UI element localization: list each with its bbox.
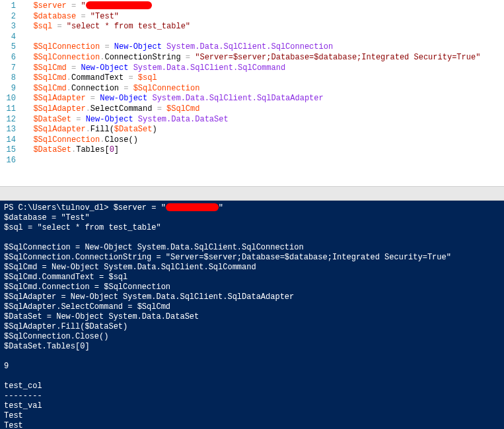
line-number: 5: [3, 42, 16, 53]
token-cmd: New-Object: [86, 115, 133, 124]
token-type: System.Data.SqlClient.SqlConnection: [166, 42, 333, 51]
code-line[interactable]: $SqlAdapter.SelectCommand = $SqlCmd: [24, 104, 504, 115]
token-op: .: [67, 84, 71, 93]
token-var: $SqlConnection: [133, 84, 200, 93]
code-line[interactable]: $SqlCmd.Connection = $SqlConnection: [24, 84, 504, 94]
token-member: Close: [104, 135, 128, 145]
console-input-line: $DataSet = New-Object System.Data.DataSe…: [4, 312, 500, 322]
token-op: =: [71, 1, 76, 11]
code-line[interactable]: $SqlCmd = New-Object System.Data.SqlClie…: [24, 63, 504, 74]
line-number: 4: [3, 32, 16, 43]
token-paren: (: [110, 125, 114, 134]
code-line[interactable]: $SqlAdapter = New-Object System.Data.Sql…: [24, 94, 504, 104]
pane-separator[interactable]: [0, 186, 504, 201]
code-line[interactable]: $SqlConnection = New-Object System.Data.…: [24, 42, 504, 53]
console-input-line: $SqlCmd = New-Object System.Data.SqlClie…: [4, 263, 500, 273]
code-line[interactable]: $server = ": [24, 1, 504, 12]
code-line[interactable]: $SqlAdapter.Fill($DataSet): [24, 125, 504, 135]
token-var: $SqlConnection: [33, 135, 100, 145]
console-output-row: test_val: [4, 401, 500, 411]
token-var: $DataSet: [33, 145, 71, 154]
code-line[interactable]: $database = "Test": [24, 12, 504, 22]
console-pane[interactable]: PS C:\Users\tulnov_dl> $server = ""$data…: [0, 201, 504, 429]
console-output-header: test_col: [4, 381, 500, 391]
token-var: $sql: [33, 22, 52, 31]
token-var: $SqlCmd: [33, 73, 66, 82]
line-number: 11: [3, 104, 16, 115]
token-var: $database: [33, 12, 76, 21]
token-cmd: New-Object: [81, 63, 128, 73]
token-str: "select * from test_table": [67, 22, 190, 31]
token-var: $DataSet: [33, 115, 71, 124]
token-var: $SqlCmd: [33, 84, 66, 93]
token-paren: ]: [114, 145, 119, 154]
token-var: $DataSet: [114, 125, 153, 134]
line-number: 14: [3, 135, 16, 146]
token-op: =: [57, 22, 61, 31]
token-member: Tables: [76, 145, 104, 154]
console-blank: [4, 372, 500, 381]
line-number: 7: [3, 63, 16, 74]
line-number-gutter: 12345678910111213141516: [0, 0, 21, 186]
token-member: ConnectionString: [104, 53, 180, 62]
token-str: "Server=$server;Database=$database;Integ…: [195, 53, 480, 62]
console-input-line: $SqlAdapter.SelectCommand = $SqlCmd: [4, 302, 500, 312]
token-op: .: [86, 125, 90, 134]
token-member: Fill: [90, 125, 110, 134]
code-line[interactable]: [24, 156, 504, 166]
code-line[interactable]: $DataSet = New-Object System.Data.DataSe…: [24, 115, 504, 125]
token-member: Connection: [71, 84, 119, 93]
console-input-line: $sql = "select * from test_table": [4, 223, 500, 233]
line-number: 13: [3, 125, 16, 135]
token-op: =: [71, 63, 76, 73]
code-line[interactable]: $sql = "select * from test_table": [24, 22, 504, 32]
token-op: .: [67, 73, 71, 82]
line-number: 2: [3, 12, 16, 22]
token-var: $SqlCmd: [33, 63, 66, 73]
token-str: "Test": [90, 12, 119, 21]
line-number: 3: [3, 22, 16, 32]
token-num: 0: [110, 145, 114, 154]
redaction-mark: [86, 1, 152, 9]
token-member: SelectCommand: [90, 104, 153, 114]
console-prompt-line: PS C:\Users\tulnov_dl> $server = "": [4, 203, 500, 213]
console-input-line: $database = "Test": [4, 213, 500, 223]
token-var: $SqlAdapter: [33, 94, 85, 103]
code-line[interactable]: $SqlConnection.ConnectionString = "Serve…: [24, 53, 504, 63]
token-var: $sql: [138, 73, 157, 82]
console-input-line: $DataSet.Tables[0]: [4, 342, 500, 352]
console-input-line: $SqlCmd.CommandText = $sql: [4, 273, 500, 282]
token-cmd: New-Object: [100, 94, 147, 103]
console-output-row: Test: [4, 411, 500, 421]
line-number: 15: [3, 145, 16, 156]
token-paren: (): [128, 135, 137, 145]
token-op: =: [157, 104, 162, 114]
code-area[interactable]: $server = " $database = "Test" $sql = "s…: [21, 0, 504, 186]
console-input-line: $SqlAdapter.Fill($DataSet): [4, 322, 500, 332]
console-input-line: $SqlConnection.ConnectionString = "Serve…: [4, 253, 500, 263]
code-line[interactable]: $SqlConnection.Close(): [24, 135, 504, 146]
console-blank: [4, 352, 500, 362]
token-var: $SqlConnection: [33, 42, 100, 51]
console-input-line: $SqlConnection = New-Object System.Data.…: [4, 243, 500, 253]
line-number: 9: [3, 84, 16, 94]
token-var: $SqlAdapter: [33, 104, 85, 114]
script-editor-pane[interactable]: 12345678910111213141516 $server = " $dat…: [0, 0, 504, 186]
token-type: System.Data.SqlClient.SqlCommand: [133, 63, 285, 73]
code-line[interactable]: $SqlCmd.CommandText = $sql: [24, 73, 504, 84]
token-str: ": [81, 1, 85, 11]
token-op: =: [76, 115, 81, 124]
token-op: =: [186, 53, 190, 62]
token-op: .: [86, 104, 90, 114]
code-line[interactable]: $DataSet.Tables[0]: [24, 145, 504, 156]
token-op: =: [104, 42, 109, 51]
token-op: =: [124, 84, 128, 93]
token-member: CommandText: [71, 73, 124, 82]
line-number: 16: [3, 156, 16, 166]
line-number: 1: [3, 1, 16, 12]
code-line[interactable]: [24, 32, 504, 43]
line-number: 6: [3, 53, 16, 63]
token-var: $SqlAdapter: [33, 125, 85, 134]
token-var: $SqlConnection: [33, 53, 100, 62]
console-input-line: $SqlCmd.Connection = $SqlConnection: [4, 282, 500, 292]
